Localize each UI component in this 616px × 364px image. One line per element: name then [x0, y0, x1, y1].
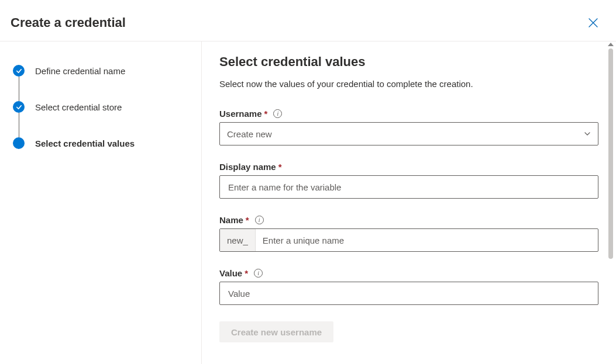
step-label: Define credential name: [35, 66, 125, 76]
scroll-track[interactable]: [608, 48, 613, 362]
name-label: Name * i: [219, 215, 598, 225]
label-text: Display name: [219, 162, 276, 172]
step-define-credential-name[interactable]: Define credential name: [13, 65, 190, 77]
label-text: Username: [219, 109, 262, 119]
create-username-button[interactable]: Create new username: [219, 321, 333, 342]
required-asterisk: *: [245, 268, 248, 278]
scroll-thumb[interactable]: [608, 48, 613, 259]
required-asterisk: *: [246, 215, 249, 225]
step-sidebar: Define credential name Select credential…: [0, 41, 202, 364]
info-icon[interactable]: i: [255, 216, 264, 224]
step-label: Select credential store: [35, 102, 122, 112]
dialog-header: Create a credential: [0, 0, 616, 41]
dialog-body: Define credential name Select credential…: [0, 41, 616, 364]
dialog-title: Create a credential: [11, 15, 126, 30]
field-name: Name * i new_: [219, 215, 598, 252]
step-list: Define credential name Select credential…: [13, 65, 190, 149]
step-select-credential-store[interactable]: Select credential store: [13, 101, 190, 113]
username-select[interactable]: Create new: [219, 122, 598, 145]
username-label: Username * i: [219, 109, 598, 119]
step-label: Select credential values: [35, 138, 135, 148]
section-heading: Select credential values: [219, 54, 598, 70]
field-value: Value * i: [219, 268, 598, 305]
info-icon[interactable]: i: [254, 269, 263, 278]
value-input[interactable]: [227, 288, 591, 299]
display-name-label: Display name *: [219, 162, 598, 172]
scroll-up-icon[interactable]: [608, 43, 614, 46]
label-text: Value: [219, 268, 242, 278]
close-button[interactable]: [584, 14, 602, 32]
name-input[interactable]: [256, 235, 598, 245]
step-select-credential-values[interactable]: Select credential values: [13, 137, 190, 149]
chevron-down-icon: [584, 129, 591, 139]
scrollbar[interactable]: [607, 41, 615, 364]
username-select-value: Create new: [227, 129, 272, 139]
checkmark-icon: [13, 65, 25, 77]
main-panel: Select credential values Select now the …: [202, 41, 616, 364]
field-display-name: Display name *: [219, 162, 598, 199]
close-icon: [589, 18, 598, 27]
required-asterisk: *: [264, 109, 268, 119]
checkmark-icon: [13, 101, 25, 113]
name-prefix: new_: [220, 229, 256, 251]
label-text: Name: [219, 215, 243, 225]
value-label: Value * i: [219, 268, 598, 278]
required-asterisk: *: [278, 162, 282, 172]
display-name-input-wrap: [219, 175, 598, 199]
field-username: Username * i Create new: [219, 109, 598, 145]
section-subtitle: Select now the values of your credential…: [219, 79, 598, 89]
step-connector: [19, 113, 19, 137]
info-icon[interactable]: i: [273, 109, 282, 118]
current-step-icon: [13, 137, 25, 149]
step-connector: [19, 77, 19, 101]
name-input-wrap: new_: [219, 228, 598, 252]
value-input-wrap: [219, 282, 598, 305]
display-name-input[interactable]: [227, 182, 591, 193]
